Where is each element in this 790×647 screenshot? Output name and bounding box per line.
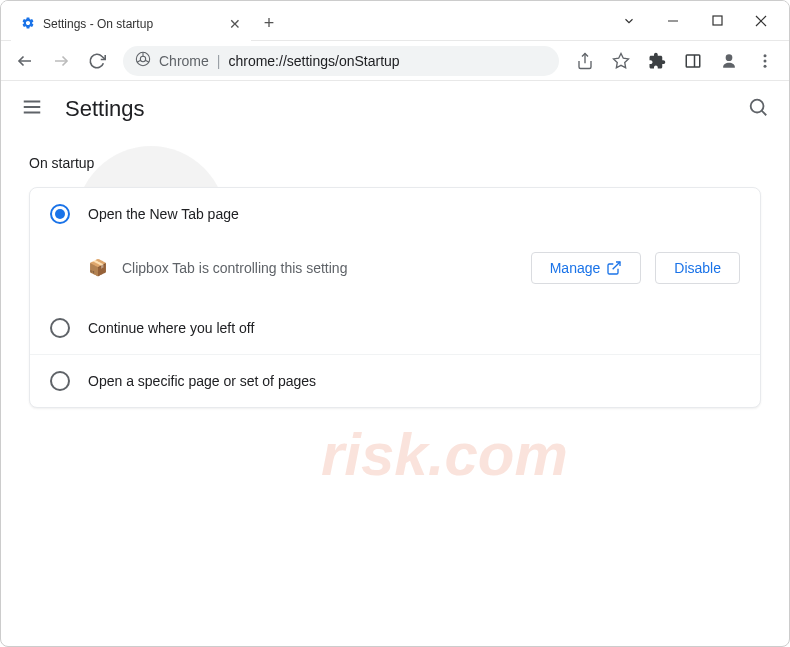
- svg-line-23: [762, 111, 766, 115]
- radio-icon: [50, 371, 70, 391]
- option-label: Continue where you left off: [88, 320, 254, 336]
- svg-point-18: [764, 64, 767, 67]
- on-startup-section: On startup Open the New Tab page 📦 Clipb…: [1, 137, 789, 426]
- manage-button[interactable]: Manage: [531, 252, 642, 284]
- forward-button[interactable]: [45, 45, 77, 77]
- browser-tab[interactable]: Settings - On startup ✕: [11, 7, 251, 41]
- package-icon: 📦: [88, 258, 108, 278]
- omnibox-scheme: Chrome: [159, 53, 209, 69]
- svg-line-24: [613, 262, 620, 269]
- reload-button[interactable]: [81, 45, 113, 77]
- gear-icon: [21, 16, 35, 33]
- chrome-icon: [135, 51, 151, 70]
- svg-point-16: [764, 54, 767, 57]
- option-continue[interactable]: Continue where you left off: [30, 302, 760, 354]
- search-icon[interactable]: [747, 96, 769, 122]
- page-title: Settings: [65, 96, 145, 122]
- external-link-icon: [606, 260, 622, 276]
- option-new-tab[interactable]: Open the New Tab page: [30, 188, 760, 240]
- option-label: Open the New Tab page: [88, 206, 239, 222]
- minimize-button[interactable]: [653, 6, 693, 36]
- svg-point-17: [764, 59, 767, 62]
- extensions-icon[interactable]: [641, 45, 673, 77]
- browser-toolbar: Chrome | chrome://settings/onStartup: [1, 41, 789, 81]
- manage-label: Manage: [550, 260, 601, 276]
- svg-point-7: [140, 56, 145, 61]
- omnibox-separator: |: [217, 53, 221, 69]
- startup-options-card: Open the New Tab page 📦 Clipbox Tab is c…: [29, 187, 761, 408]
- svg-rect-13: [686, 55, 700, 67]
- window-controls: [609, 1, 789, 40]
- titlebar: Settings - On startup ✕ +: [1, 1, 789, 41]
- maximize-button[interactable]: [697, 6, 737, 36]
- close-window-button[interactable]: [741, 6, 781, 36]
- radio-icon: [50, 318, 70, 338]
- settings-header: Settings: [1, 81, 789, 137]
- tab-title: Settings - On startup: [43, 17, 153, 31]
- menu-icon[interactable]: [749, 45, 781, 77]
- disable-label: Disable: [674, 260, 721, 276]
- svg-point-22: [751, 100, 764, 113]
- radio-icon: [50, 204, 70, 224]
- option-label: Open a specific page or set of pages: [88, 373, 316, 389]
- new-tab-button[interactable]: +: [255, 9, 283, 37]
- svg-rect-1: [713, 16, 722, 25]
- share-icon[interactable]: [569, 45, 601, 77]
- controlled-by-extension-row: 📦 Clipbox Tab is controlling this settin…: [30, 240, 760, 302]
- close-tab-icon[interactable]: ✕: [229, 16, 241, 32]
- hamburger-icon[interactable]: [21, 96, 43, 122]
- address-bar[interactable]: Chrome | chrome://settings/onStartup: [123, 46, 559, 76]
- svg-marker-12: [614, 53, 629, 67]
- option-specific-pages[interactable]: Open a specific page or set of pages: [30, 354, 760, 407]
- profile-icon[interactable]: [713, 45, 745, 77]
- back-button[interactable]: [9, 45, 41, 77]
- section-title: On startup: [29, 155, 761, 171]
- disable-button[interactable]: Disable: [655, 252, 740, 284]
- bookmark-icon[interactable]: [605, 45, 637, 77]
- svg-line-9: [137, 60, 141, 62]
- svg-point-15: [726, 54, 733, 61]
- omnibox-url: chrome://settings/onStartup: [228, 53, 399, 69]
- controlled-text: Clipbox Tab is controlling this setting: [122, 260, 517, 276]
- side-panel-icon[interactable]: [677, 45, 709, 77]
- chevron-down-icon[interactable]: [609, 6, 649, 36]
- settings-content: Settings On startup Open the New Tab pag…: [1, 81, 789, 426]
- svg-line-10: [145, 60, 149, 62]
